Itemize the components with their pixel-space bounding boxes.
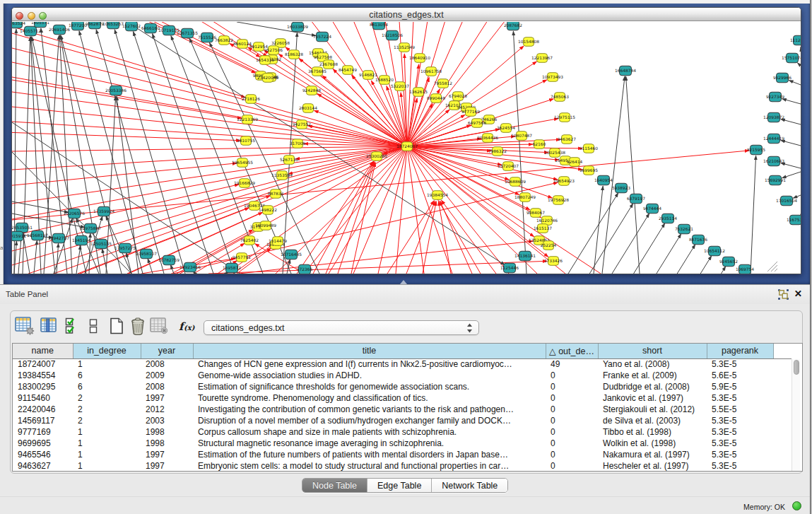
graph-node[interactable]: 15692991 — [765, 175, 786, 185]
graph-node[interactable]: 1527602 — [122, 22, 141, 31]
graph-node[interactable]: 19654955 — [232, 158, 253, 168]
graph-node[interactable]: 8454749 — [339, 66, 357, 75]
graph-node[interactable]: 12213369 — [237, 115, 258, 124]
network-view-window[interactable]: citations_edges.txt 16635241405571214055… — [11, 7, 801, 274]
citation-edge-red[interactable] — [12, 146, 407, 151]
citation-edge-red[interactable] — [12, 146, 407, 204]
graph-node[interactable]: 887833 — [268, 189, 284, 199]
citation-edge-black[interactable] — [602, 76, 625, 274]
graph-node[interactable]: 7663822 — [215, 36, 233, 45]
graph-node[interactable]: 16210643 — [763, 156, 784, 166]
citation-edge-black[interactable] — [589, 204, 633, 274]
table-row[interactable]: 977716911998Corpus callosum shape and si… — [13, 426, 792, 438]
citation-edge-red[interactable] — [396, 146, 407, 274]
citation-edge-black[interactable] — [781, 163, 801, 169]
select-rows-icon[interactable] — [65, 317, 76, 337]
citation-edge-black[interactable] — [568, 193, 618, 274]
column-chooser-icon[interactable] — [40, 317, 57, 337]
graph-node[interactable]: 20364436 — [477, 134, 498, 143]
citation-edge-black[interactable] — [722, 267, 726, 274]
column-header-short[interactable]: short — [598, 344, 707, 358]
graph-node[interactable]: 9474444 — [643, 204, 661, 214]
graph-node[interactable]: 17359924 — [93, 206, 114, 216]
graph-node[interactable]: 62160 — [533, 140, 546, 149]
table-row[interactable]: 1938455462009Genome-wide association stu… — [13, 370, 792, 381]
graph-node[interactable]: 19384554 — [427, 191, 448, 200]
table-settings-icon[interactable] — [15, 317, 35, 338]
citation-edge-red[interactable] — [423, 201, 436, 274]
citation-edge-black[interactable] — [700, 256, 712, 274]
citation-edge-red[interactable] — [407, 146, 553, 198]
graph-node[interactable]: 2087682 — [504, 22, 522, 30]
graph-node[interactable]: 1588520 — [375, 76, 394, 85]
graph-node[interactable]: 1663524 — [12, 22, 25, 28]
graph-node[interactable]: 2935114 — [659, 214, 677, 223]
graph-node[interactable]: 9699695 — [579, 166, 598, 175]
graph-node[interactable]: 10654112 — [704, 246, 725, 256]
graph-node[interactable]: 1345194 — [72, 235, 90, 245]
citation-edge-red[interactable] — [12, 107, 407, 146]
citation-edge-black[interactable] — [54, 218, 73, 274]
graph-node[interactable]: 17957275 — [114, 243, 136, 253]
graph-node[interactable]: 14136141 — [514, 251, 536, 261]
table-row[interactable]: 946554611997Estimation of the future num… — [13, 449, 792, 460]
graph-node[interactable]: 9329966 — [773, 73, 792, 83]
graph-node[interactable]: 10688609 — [505, 177, 526, 187]
network-table-select[interactable]: citations_edges.txt — [204, 320, 479, 335]
graph-node[interactable]: 9115460 — [579, 144, 598, 153]
citation-edge-red[interactable] — [208, 261, 547, 274]
graph-node[interactable]: 9457791 — [233, 253, 251, 262]
graph-node[interactable]: 10973493 — [542, 73, 563, 82]
graph-node[interactable]: 5267130 — [280, 156, 298, 165]
graph-node[interactable]: 3624554 — [497, 124, 515, 133]
graph-node[interactable]: 5322037 — [391, 82, 409, 91]
citation-edge-black[interactable] — [677, 245, 695, 274]
citation-edge-black[interactable] — [751, 156, 756, 274]
float-window-icon[interactable] — [777, 288, 789, 300]
tab-network-table[interactable]: Network Table — [431, 479, 507, 492]
table-row[interactable]: 1456911722003Disruption of a novel membe… — [13, 415, 792, 426]
citation-edge-black[interactable] — [657, 234, 681, 274]
function-builder-icon[interactable]: f(x) — [178, 320, 196, 337]
graph-node[interactable]: 6466160 — [141, 23, 160, 33]
citation-edge-black[interactable] — [626, 76, 640, 274]
new-table-icon[interactable] — [110, 317, 124, 337]
citation-edge-black[interactable] — [789, 81, 801, 85]
graph-node[interactable]: 1112691 — [790, 35, 801, 45]
citation-edge-black[interactable] — [797, 63, 801, 66]
tab-node-table[interactable]: Node Table — [302, 479, 367, 492]
graph-node[interactable]: 6379197 — [627, 194, 645, 204]
citation-edge-black[interactable] — [612, 214, 649, 274]
citation-edge-black[interactable] — [793, 195, 801, 198]
citation-edge-red[interactable] — [12, 261, 237, 274]
graph-node[interactable]: 11353594 — [271, 171, 293, 180]
graph-node[interactable]: 8215955 — [747, 145, 765, 155]
graph-node[interactable]: 7632621 — [675, 224, 693, 234]
graph-node[interactable]: 2803144 — [299, 104, 317, 113]
citation-edge-black[interactable] — [782, 99, 801, 104]
citation-edge-black[interactable] — [76, 245, 81, 274]
column-header-in_degree[interactable]: in_degree — [73, 344, 141, 358]
graph-node[interactable]: 10154808 — [518, 37, 539, 47]
citation-edge-black[interactable] — [148, 259, 153, 274]
graph-node[interactable]: 10807487 — [511, 132, 532, 141]
citation-edge-black[interactable] — [23, 233, 30, 274]
network-graph-canvas[interactable]: 1663524140557121405571206914061877200986… — [12, 22, 801, 274]
graph-node[interactable]: 1069754 — [736, 264, 754, 274]
graph-node[interactable]: 11568197 — [27, 230, 48, 240]
graph-node[interactable]: 7485063 — [551, 93, 569, 102]
graph-node[interactable]: 20691406 — [49, 25, 70, 35]
citation-edge-red[interactable] — [378, 146, 407, 274]
graph-node[interactable]: 8186328 — [285, 50, 303, 59]
table-row[interactable]: 946362711997Embryonic stem cells: a mode… — [13, 460, 792, 472]
table-scrollbar[interactable] — [792, 359, 800, 472]
graph-node[interactable]: 1810755 — [237, 136, 255, 146]
graph-node[interactable]: 15751074 — [782, 53, 801, 63]
row-height-icon[interactable] — [89, 317, 98, 337]
graph-node[interactable]: 1640954 — [594, 175, 613, 185]
citation-network-graph[interactable]: 1663524140557121405571206914061877200986… — [12, 22, 801, 274]
graph-node[interactable]: 12093872 — [763, 112, 784, 122]
table-row[interactable]: 1872400712008Changes of HCN gene express… — [13, 358, 792, 370]
graph-node[interactable]: 5938923 — [612, 183, 630, 193]
graph-node[interactable]: 10653267 — [102, 22, 124, 29]
